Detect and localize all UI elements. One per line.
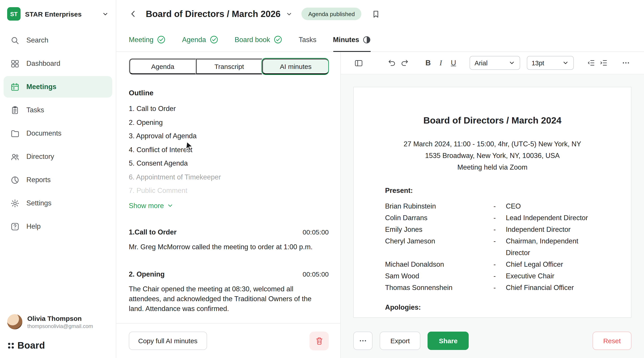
italic-button[interactable]: I: [434, 56, 447, 70]
outline-item[interactable]: 2. Opening: [129, 116, 329, 129]
segment-ai-minutes[interactable]: AI minutes: [262, 59, 328, 74]
tab-agenda[interactable]: Agenda: [182, 28, 218, 52]
minutes-footer: Copy full AI minutes: [116, 323, 340, 358]
tab-meeting[interactable]: Meeting: [129, 28, 166, 52]
minutes-section: 2. Opening00:05:00The Chair opened the m…: [129, 270, 329, 313]
back-button[interactable]: [129, 10, 138, 18]
present-row: Colin Darrans-Lead Independent Director: [385, 212, 600, 224]
page-header: Board of Directors / March 2026 Agenda p…: [116, 0, 644, 28]
page-title: Board of Directors / March 2026: [146, 9, 280, 19]
underline-button[interactable]: U: [447, 56, 460, 70]
sidebar-item-label: Dashboard: [26, 60, 60, 68]
folder-icon: [10, 129, 20, 138]
redo-icon: [400, 59, 409, 67]
segment-transcript[interactable]: Transcript: [196, 59, 262, 74]
sidebar-item-help[interactable]: Help: [4, 216, 112, 237]
editor-toolbar: B I U Arial 13pt: [341, 52, 644, 74]
attendee-role: CEO: [506, 200, 600, 212]
outline-item[interactable]: 3. Approval of Agenda: [129, 129, 329, 143]
ellipsis-icon: [359, 336, 367, 345]
minutes-scroll-area[interactable]: AgendaTranscriptAI minutes Outline 1. Ca…: [116, 52, 340, 323]
sidebar-item-search[interactable]: Search: [4, 30, 112, 51]
font-size-value: 13pt: [532, 59, 544, 67]
attendee-role: Chief Legal Officer: [506, 259, 600, 270]
app: ST STAR Enterprises SearchDashboardMeeti…: [0, 0, 644, 358]
more-options-button[interactable]: [353, 331, 372, 350]
tab-minutes[interactable]: Minutes: [333, 28, 371, 52]
segment-agenda[interactable]: Agenda: [129, 59, 196, 74]
tab-board-book[interactable]: Board book: [234, 28, 282, 52]
sidebar-item-reports[interactable]: Reports: [4, 169, 112, 191]
outline-item[interactable]: 1. Call to Order: [129, 102, 329, 116]
document-area: Board of Directors / March 2024 27 March…: [341, 74, 644, 323]
sidebar-item-documents[interactable]: Documents: [4, 123, 112, 144]
tab-label: Board book: [234, 36, 270, 44]
separator: -: [484, 224, 506, 235]
bookmark-icon[interactable]: [372, 9, 381, 19]
outline-item[interactable]: 5. Consent Agenda: [129, 157, 329, 170]
tab-label: Tasks: [299, 36, 316, 44]
redo-button[interactable]: [398, 56, 411, 70]
sidebar-item-dashboard[interactable]: Dashboard: [4, 53, 112, 74]
document-title: Board of Directors / March 2024: [385, 115, 600, 126]
sidebar-item-label: Tasks: [26, 106, 44, 114]
sidebar-item-label: Directory: [26, 153, 54, 161]
show-more-button[interactable]: Show more: [129, 202, 174, 210]
content-split: AgendaTranscriptAI minutes Outline 1. Ca…: [116, 52, 644, 358]
help-icon: [10, 222, 20, 231]
toggle-panel-button[interactable]: [352, 56, 365, 70]
ai-minutes-panel: AgendaTranscriptAI minutes Outline 1. Ca…: [116, 52, 341, 358]
agenda-published-badge: Agenda published: [302, 8, 361, 20]
brand-name: Board: [18, 340, 45, 351]
title-dropdown-chevron-icon[interactable]: [286, 11, 292, 17]
share-button[interactable]: Share: [428, 331, 469, 350]
tab-bar: MeetingAgendaBoard bookTasksMinutes: [116, 28, 644, 52]
sidebar-bottom: Olivia Thompson thompsonolivia@gmail.com…: [0, 310, 116, 352]
separator: -: [484, 259, 506, 270]
font-size-select[interactable]: 13pt: [526, 56, 574, 70]
reset-button[interactable]: Reset: [592, 331, 632, 350]
separator: -: [484, 235, 506, 259]
sidebar-item-tasks[interactable]: Tasks: [4, 99, 112, 121]
copy-full-ai-minutes-button[interactable]: Copy full AI minutes: [129, 331, 207, 350]
org-switcher[interactable]: ST STAR Enterprises: [0, 5, 116, 26]
user-name: Olivia Thompson: [27, 314, 93, 322]
doc-meta-line: Meeting held via Zoom: [385, 162, 600, 173]
toolbar-more-button[interactable]: [620, 56, 632, 70]
sidebar-item-settings[interactable]: Settings: [4, 192, 112, 214]
doc-meta-line: 27 March 2024, 11:00 - 15:00, 4hr, (UTC-…: [385, 138, 600, 150]
chevron-down-icon: [167, 202, 174, 209]
check-circle-icon: [274, 35, 282, 44]
undo-button[interactable]: [386, 56, 398, 70]
export-button[interactable]: Export: [380, 331, 420, 350]
outline-item[interactable]: 7. Public Comment: [129, 184, 329, 198]
sidebar-item-meetings[interactable]: Meetings: [4, 76, 112, 98]
outdent-button[interactable]: [584, 56, 597, 70]
delete-minutes-button[interactable]: [310, 331, 329, 350]
attendee-name: Michael Donaldson: [385, 259, 484, 270]
outline-item[interactable]: 6. Appointment of Timekeeper: [129, 170, 329, 184]
bold-button[interactable]: B: [422, 56, 434, 70]
document-meta: 27 March 2024, 11:00 - 15:00, 4hr, (UTC-…: [385, 138, 600, 173]
outline-list: 1. Call to Order2. Opening3. Approval of…: [129, 102, 329, 198]
document-page[interactable]: Board of Directors / March 2024 27 March…: [353, 87, 632, 318]
present-label: Present:: [385, 187, 600, 195]
dashboard-icon: [10, 59, 20, 68]
sidebar-item-directory[interactable]: Directory: [4, 146, 112, 167]
show-more-label: Show more: [129, 202, 164, 210]
attendee-role: Executive Chair: [506, 270, 600, 282]
tab-tasks[interactable]: Tasks: [299, 28, 316, 52]
tab-label: Agenda: [182, 36, 206, 44]
sidebar-item-label: Help: [26, 222, 41, 230]
sidebar-item-label: Documents: [26, 129, 62, 137]
section-body: The Chair opened the meeting at 08:30, w…: [129, 284, 327, 313]
font-family-select[interactable]: Arial: [470, 56, 520, 70]
attendee-name: Colin Darrans: [385, 212, 484, 224]
indent-button[interactable]: [597, 56, 610, 70]
sidebar-nav: SearchDashboardMeetingsTasksDocumentsDir…: [0, 26, 116, 237]
search-icon: [10, 36, 20, 45]
user-profile[interactable]: Olivia Thompson thompsonolivia@gmail.com: [7, 310, 109, 331]
present-row: Sam Wood-Executive Chair: [385, 270, 600, 282]
attendee-name: Cheryl Jameson: [385, 235, 484, 259]
outline-item[interactable]: 4. Conflict of Interest: [129, 143, 329, 157]
